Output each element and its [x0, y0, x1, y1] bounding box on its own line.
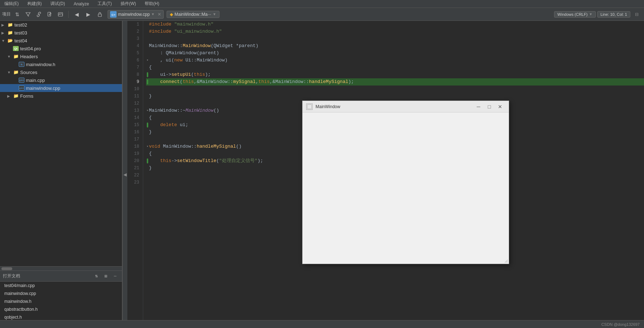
add-file-button[interactable] — [45, 10, 55, 19]
gutter-15 — [146, 123, 149, 128]
docs-item-2[interactable]: mainwindow.h — [0, 297, 122, 305]
code-token: : — [149, 50, 166, 57]
docs-add-button[interactable]: ⊞ — [102, 273, 110, 280]
menu-item-debug[interactable]: 调试(D) — [49, 0, 67, 8]
file-tab-close-icon[interactable]: ✕ — [158, 12, 161, 17]
tree-item-mainwindow-cpp[interactable]: c++ mainwindow.cpp — [0, 84, 122, 92]
svg-rect-6 — [307, 104, 312, 109]
code-token: this — [149, 157, 171, 165]
code-line-11: } — [146, 93, 644, 100]
tree-item-headers[interactable]: 📁 Headers — [0, 52, 122, 60]
tree-item-sources[interactable]: 📁 Sources — [0, 68, 122, 76]
float-maximize-button[interactable]: □ — [484, 102, 494, 111]
tree-arrow-test04 — [1, 39, 6, 43]
code-token: this — [194, 71, 205, 78]
menu-item-edit[interactable]: 编辑(E) — [3, 0, 20, 8]
gutter-13: ▾ — [146, 107, 149, 114]
code-token: "mainwindow.h" — [174, 21, 213, 28]
tree-label-test02: test02 — [14, 22, 27, 28]
sort-button[interactable]: ⇅ — [12, 10, 22, 19]
code-token: MainWindow — [149, 42, 177, 50]
breadcrumb-text: MainWindow::Ma··· — [174, 12, 211, 17]
code-token: MainWindow — [185, 107, 213, 114]
filter-button[interactable] — [23, 10, 33, 19]
line-num-15: 15 — [127, 121, 141, 129]
gutter-8 — [146, 72, 149, 77]
float-window[interactable]: MainWindow ─ □ ✕ — [302, 101, 509, 264]
resize-button[interactable]: ⊟ — [632, 10, 642, 19]
code-token: void — [149, 143, 160, 150]
lock-button[interactable] — [95, 10, 105, 19]
breadcrumb-dropdown-icon[interactable]: ▼ — [213, 12, 216, 16]
docs-item-0[interactable]: test04/main.cpp — [0, 282, 122, 290]
docs-close-button[interactable]: ─ — [111, 273, 119, 280]
line-num-14: 14 — [127, 114, 141, 121]
float-body — [303, 112, 509, 264]
line-num-13: 13 — [127, 107, 141, 114]
float-close-button[interactable]: ✕ — [495, 102, 505, 111]
encoding-dropdown-icon[interactable]: ▼ — [589, 12, 593, 16]
code-token: "处理自定义信号" — [219, 157, 258, 165]
float-titlebar: MainWindow ─ □ ✕ — [303, 101, 509, 112]
float-resize-handle[interactable] — [504, 259, 508, 263]
file-tab-dropdown-icon[interactable]: ▼ — [151, 12, 155, 16]
tree-item-forms[interactable]: 📁 Forms — [0, 92, 122, 100]
tree-item-mainwindow-h[interactable]: h mainwindow.h — [0, 60, 122, 68]
tree-arrow-test02 — [1, 23, 6, 27]
docs-item-1[interactable]: mainwindow.cpp — [0, 290, 122, 297]
code-token: } — [149, 165, 152, 172]
svg-text:C++: C++ — [112, 13, 116, 17]
h-file-icon: h — [19, 62, 24, 67]
link-button[interactable] — [34, 10, 44, 19]
sidebar: 📁 test02 📁 test03 📂 test04 Qt test04.pro — [0, 21, 122, 328]
sidebar-scroll-thumb[interactable] — [1, 267, 12, 270]
code-token: , — [149, 57, 166, 64]
menu-item-build[interactable]: 构建(B) — [26, 0, 43, 8]
forms-folder-icon: 📁 — [13, 93, 19, 99]
code-line-1: #include "mainwindow.h" — [146, 21, 644, 28]
code-token — [149, 78, 160, 86]
code-token: mySignal — [233, 78, 255, 86]
folder-icon-test03: 📁 — [7, 30, 13, 36]
project-section: 项目 ⇅ — [2, 10, 65, 19]
code-token: ui; — [177, 121, 188, 129]
pro-icon: Qt — [13, 46, 19, 51]
tree-spacer-test04pro — [7, 47, 12, 51]
menu-item-analyze[interactable]: Analyze — [72, 1, 91, 7]
tree-item-main-cpp[interactable]: c++ main.cpp — [0, 76, 122, 84]
tree-item-test02[interactable]: 📁 test02 — [0, 21, 122, 29]
docs-sort-button[interactable]: ⇅ — [92, 273, 100, 280]
status-bar: CSDN @dong132697 — [0, 320, 644, 328]
gutter-18: ▾ — [146, 143, 149, 150]
code-token: { — [149, 64, 152, 71]
sidebar-collapse-handle[interactable]: ◀ — [122, 21, 127, 328]
file-tab-pill[interactable]: C++ mainwindow.cpp ▼ ✕ — [108, 10, 164, 19]
menu-bar: 编辑(E) 构建(B) 调试(D) Analyze 工具(T) 插件(W) 帮助… — [0, 0, 644, 8]
line-num-11: 11 — [127, 93, 141, 100]
float-minimize-button[interactable]: ─ — [473, 102, 484, 111]
sidebar-scrollbar[interactable] — [0, 266, 122, 271]
docs-item-3[interactable]: qabstractbutton.h — [0, 305, 122, 313]
menu-item-tools[interactable]: 工具(T) — [96, 0, 113, 8]
code-token: } — [149, 93, 152, 100]
code-line-8: ui->setupUi(this); — [146, 71, 644, 78]
code-line-4: MainWindow::MainWindow(QWidget *parent) — [146, 42, 644, 50]
code-token: } — [149, 129, 152, 136]
menu-item-help[interactable]: 帮助(H) — [143, 0, 161, 8]
tree-item-test04pro[interactable]: Qt test04.pro — [0, 45, 122, 52]
tree-label-headers: Headers — [20, 54, 38, 59]
image-button[interactable] — [55, 10, 65, 19]
encoding-pill[interactable]: Windows (CRLF) ▼ — [554, 11, 596, 18]
nav-forward-button[interactable]: ▶ — [83, 10, 93, 19]
tree-item-test03[interactable]: 📁 test03 — [0, 29, 122, 37]
breadcrumb-pill[interactable]: ◆ MainWindow::Ma··· ▼ — [167, 11, 219, 18]
docs-header: 打开文档 ⇅ ⊞ ─ — [0, 271, 122, 282]
tree-spacer-main — [13, 78, 17, 82]
code-token: parent — [239, 42, 256, 50]
nav-back-button[interactable]: ◀ — [72, 10, 82, 19]
line-num-21: 21 — [127, 165, 141, 172]
code-token: #include — [149, 21, 171, 28]
menu-item-plugins[interactable]: 插件(W) — [119, 0, 137, 8]
position-text: Line: 10, Col: 1 — [600, 12, 627, 17]
tree-item-test04[interactable]: 📂 test04 — [0, 37, 122, 45]
